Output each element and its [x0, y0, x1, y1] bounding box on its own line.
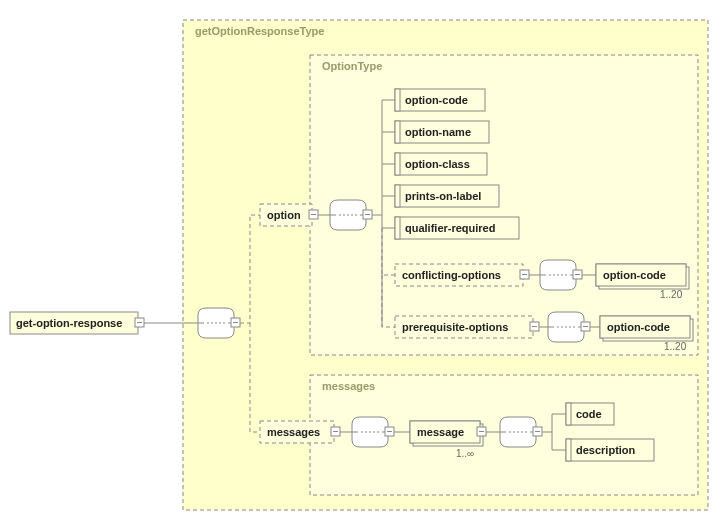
node-code: code — [566, 403, 614, 425]
svg-text:message: message — [417, 426, 464, 438]
svg-text:1..∞: 1..∞ — [456, 448, 474, 459]
svg-text:option-class: option-class — [405, 158, 470, 170]
svg-rect-29 — [395, 153, 400, 175]
svg-text:option-name: option-name — [405, 126, 471, 138]
svg-text:1..20: 1..20 — [660, 289, 683, 300]
svg-text:code: code — [576, 408, 602, 420]
node-prints-on-label: prints-on-label — [395, 185, 499, 207]
svg-rect-100 — [566, 403, 571, 425]
group-optiontype — [310, 55, 698, 355]
node-option-code: option-code — [395, 89, 485, 111]
svg-text:1..20: 1..20 — [664, 341, 687, 352]
svg-rect-103 — [566, 439, 571, 461]
node-option: option — [260, 204, 318, 226]
node-prerequisite-options: prerequisite-options — [395, 316, 539, 338]
group-label-messages: messages — [322, 380, 375, 392]
compositor-prerequisite — [548, 312, 590, 342]
group-label-optiontype: OptionType — [322, 60, 382, 72]
svg-rect-37 — [395, 217, 400, 239]
node-messages: messages — [260, 421, 340, 443]
compositor-option — [330, 200, 372, 230]
node-qualifier-required: qualifier-required — [395, 217, 519, 239]
svg-text:conflicting-options: conflicting-options — [402, 269, 501, 281]
svg-text:qualifier-required: qualifier-required — [405, 222, 495, 234]
svg-text:description: description — [576, 444, 636, 456]
node-label-messages: messages — [267, 426, 320, 438]
compositor-root — [198, 308, 240, 338]
compositor-messages — [352, 417, 394, 447]
node-conflicting-options: conflicting-options — [395, 264, 529, 286]
svg-text:option-code: option-code — [603, 269, 666, 281]
svg-rect-33 — [395, 185, 400, 207]
svg-text:prerequisite-options: prerequisite-options — [402, 321, 508, 333]
svg-text:prints-on-label: prints-on-label — [405, 190, 481, 202]
svg-text:option-code: option-code — [607, 321, 670, 333]
svg-text:option-code: option-code — [405, 94, 468, 106]
group-label-outer: getOptionResponseType — [195, 25, 324, 37]
svg-rect-25 — [395, 121, 400, 143]
node-option-name: option-name — [395, 121, 489, 143]
node-label-root: get-option-response — [16, 317, 122, 329]
svg-rect-21 — [395, 89, 400, 111]
node-label-option: option — [267, 209, 301, 221]
compositor-message — [500, 417, 542, 447]
node-description: description — [566, 439, 654, 461]
compositor-conflicting — [540, 260, 582, 290]
node-option-class: option-class — [395, 153, 487, 175]
node-get-option-response: get-option-response — [10, 312, 144, 334]
